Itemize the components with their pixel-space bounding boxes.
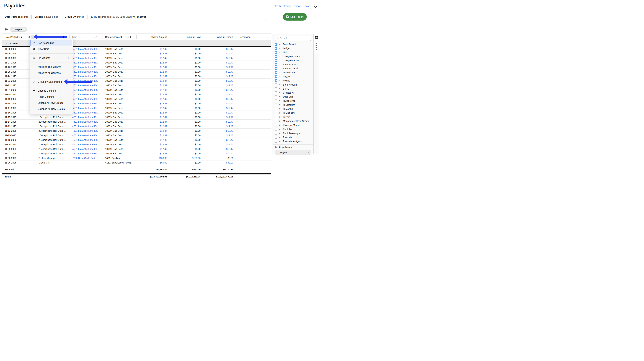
cell-unit-link[interactable]: 4501 Lafayette Lane Ea… bbox=[70, 88, 102, 92]
chevron-down-icon[interactable] bbox=[6, 42, 8, 45]
column-menu-button[interactable] bbox=[138, 35, 142, 39]
drag-handle-icon[interactable] bbox=[279, 120, 281, 122]
edit-report-button[interactable]: Edit Report bbox=[283, 13, 307, 21]
unchecked-checkbox[interactable] bbox=[275, 116, 278, 118]
filter-voided[interactable]: Voided: equals False bbox=[35, 16, 58, 18]
cell-charge-amount-link[interactable]: $12.47 bbox=[136, 133, 170, 138]
cell-charge-amount-link[interactable]: $12.47 bbox=[136, 74, 170, 79]
column-menu-button[interactable] bbox=[266, 35, 269, 39]
cell-amount-unpaid-link[interactable]: $50.00 bbox=[203, 160, 236, 165]
cell-unit-link[interactable]: 4501 Lafayette Lane Ea… bbox=[70, 133, 102, 138]
cell-charge-amount-link[interactable]: $12.47 bbox=[136, 92, 170, 97]
group-by-icon[interactable] bbox=[94, 36, 97, 38]
column-toggle-is-discount[interactable]: Is Discount bbox=[273, 103, 314, 107]
cell-charge-amount-link[interactable]: $12.47 bbox=[136, 56, 170, 60]
column-header-amount-paid[interactable]: Amount Paid bbox=[170, 34, 203, 40]
cell-unit-link[interactable]: 4501 Lafayette Lane Ea… bbox=[70, 92, 102, 97]
menu-item-collapse-all-row-groups[interactable]: Collapse All Row Groups bbox=[30, 106, 72, 112]
cell-unit-link[interactable]: 4501 Lafayette Lane Ea… bbox=[70, 120, 102, 124]
cell-amount-unpaid-link[interactable]: $12.47 bbox=[203, 47, 236, 51]
menu-item-pin-column[interactable]: Pin Column bbox=[30, 55, 72, 61]
remove-group-icon[interactable] bbox=[307, 152, 309, 154]
unchecked-checkbox[interactable] bbox=[275, 112, 278, 114]
cell-unit-link[interactable]: 4501 Lafayette Lane Ea… bbox=[70, 101, 102, 106]
column-menu-button[interactable] bbox=[98, 35, 101, 39]
cell-unit-link[interactable]: 7800 Drew Circle Fort … bbox=[70, 156, 102, 160]
column-header-amount-unpaid[interactable]: Amount Unpaid bbox=[203, 34, 236, 40]
drag-handle-icon[interactable] bbox=[279, 80, 281, 81]
column-toggle-is-multi-unit[interactable]: Is Multi Unit bbox=[273, 111, 314, 115]
cell-amount-unpaid-link[interactable]: $12.47 bbox=[203, 101, 236, 106]
column-toggle-amount-unpaid[interactable]: Amount Unpaid bbox=[273, 67, 314, 71]
checked-checkbox[interactable] bbox=[275, 51, 278, 54]
columns-search-input[interactable] bbox=[275, 36, 311, 41]
cell-unit-link[interactable]: 4501 Lafayette Lane Ea… bbox=[70, 142, 102, 147]
column-toggle-voided[interactable]: Voided bbox=[273, 79, 314, 83]
email-link[interactable]: Email bbox=[284, 5, 290, 8]
drag-handle-icon[interactable] bbox=[279, 112, 281, 114]
cell-charge-amount-link[interactable]: $12.47 bbox=[136, 147, 170, 151]
cell-amount-unpaid-link[interactable]: $12.47 bbox=[203, 97, 236, 101]
cell-amount-unpaid-link[interactable]: $12.47 bbox=[203, 129, 236, 133]
column-toggle-bank-account[interactable]: Bank Account bbox=[273, 83, 314, 87]
drag-handle-icon[interactable] bbox=[279, 68, 281, 69]
drag-handle-icon[interactable] bbox=[279, 84, 281, 85]
checked-checkbox[interactable] bbox=[275, 55, 278, 58]
column-toggle-description[interactable]: Description bbox=[273, 71, 314, 75]
checked-checkbox[interactable] bbox=[275, 75, 278, 78]
column-toggle-payee[interactable]: Payee bbox=[273, 75, 314, 79]
cell-charge-amount-link[interactable]: $160.00 bbox=[136, 156, 170, 160]
cell-unit-link[interactable]: 4501 Lafayette Lane Ea… bbox=[70, 115, 102, 119]
unchecked-checkbox[interactable] bbox=[275, 124, 278, 126]
cell-charge-amount-link[interactable]: $12.47 bbox=[136, 61, 170, 65]
cell-charge-amount-link[interactable]: $12.47 bbox=[136, 47, 170, 51]
drag-handle-icon[interactable] bbox=[279, 76, 281, 77]
cell-amount-unpaid-link[interactable]: $12.47 bbox=[203, 151, 236, 156]
drag-handle-icon[interactable] bbox=[279, 108, 281, 110]
menu-item-clear-sort[interactable]: Clear Sort bbox=[30, 46, 72, 52]
cell-unit-link[interactable]: 4501 Lafayette Lane Ea… bbox=[70, 138, 102, 142]
drag-handle-icon[interactable] bbox=[279, 124, 281, 126]
unchecked-checkbox[interactable] bbox=[275, 100, 278, 102]
cell-unit-link[interactable]: 4501 Lafayette Lane Ea… bbox=[70, 106, 102, 110]
drag-handle-icon[interactable] bbox=[279, 100, 281, 102]
cell-charge-amount-link[interactable]: $12.47 bbox=[136, 142, 170, 147]
menu-item-reset-columns[interactable]: Reset Columns bbox=[30, 94, 72, 100]
cell-unit-link[interactable]: 4501 Lafayette Lane Ea… bbox=[70, 83, 102, 88]
unchecked-checkbox[interactable] bbox=[275, 128, 278, 131]
cell-charge-amount-link[interactable]: $12.47 bbox=[136, 115, 170, 119]
column-toggle-charge-account[interactable]: Charge Account bbox=[273, 54, 314, 59]
column-toggle-management-fee-setting[interactable]: Management Fee Setting bbox=[273, 119, 314, 123]
column-toggle-is-paid[interactable]: Is Paid bbox=[273, 115, 314, 119]
row-group-chip-payee[interactable]: Payee bbox=[10, 27, 27, 32]
unchecked-checkbox[interactable] bbox=[275, 136, 278, 139]
refresh-link[interactable]: Refresh bbox=[272, 5, 281, 8]
checked-checkbox[interactable] bbox=[275, 47, 278, 50]
checked-checkbox[interactable] bbox=[275, 67, 278, 70]
unchecked-checkbox[interactable] bbox=[275, 140, 278, 143]
cell-unit-link[interactable]: 4501 Lafayette Lane Ea… bbox=[70, 151, 102, 156]
cell-amount-unpaid-link[interactable]: $12.47 bbox=[203, 120, 236, 124]
cell-unit-link[interactable]: 4501 Lafayette Lane Ea… bbox=[70, 111, 102, 115]
column-toggle-property[interactable]: Property bbox=[273, 135, 314, 139]
drag-handle-icon[interactable] bbox=[279, 116, 281, 118]
drag-handle-icon[interactable] bbox=[279, 104, 281, 106]
cell-charge-amount-link[interactable]: $12.47 bbox=[136, 88, 170, 92]
cell-unit-link[interactable]: 4501 Lafayette Lane Ea… bbox=[70, 97, 102, 101]
cell-amount-unpaid-link[interactable]: $12.47 bbox=[203, 142, 236, 147]
unchecked-checkbox[interactable] bbox=[275, 104, 278, 106]
cell-charge-amount-link[interactable]: $12.47 bbox=[136, 101, 170, 106]
group-by-icon[interactable] bbox=[128, 36, 131, 38]
cell-unit-link[interactable]: 4501 Lafayette Lane Ea… bbox=[70, 56, 102, 60]
column-toggle-amount-paid[interactable]: Amount Paid bbox=[273, 63, 314, 67]
column-header-description[interactable]: Description bbox=[236, 34, 271, 40]
column-toggle-ledger[interactable]: Ledger bbox=[273, 46, 314, 50]
cell-unit-link[interactable]: 4501 Lafayette Lane Ea… bbox=[70, 61, 102, 65]
unchecked-checkbox[interactable] bbox=[275, 120, 278, 122]
remove-group-icon[interactable] bbox=[23, 29, 25, 30]
drag-handle-icon[interactable] bbox=[279, 137, 281, 138]
cell-charge-amount-link[interactable]: $12.47 bbox=[136, 106, 170, 110]
drag-handle-icon[interactable] bbox=[279, 60, 281, 61]
drag-handle-icon[interactable] bbox=[279, 96, 281, 98]
column-menu-button[interactable] bbox=[172, 35, 175, 39]
